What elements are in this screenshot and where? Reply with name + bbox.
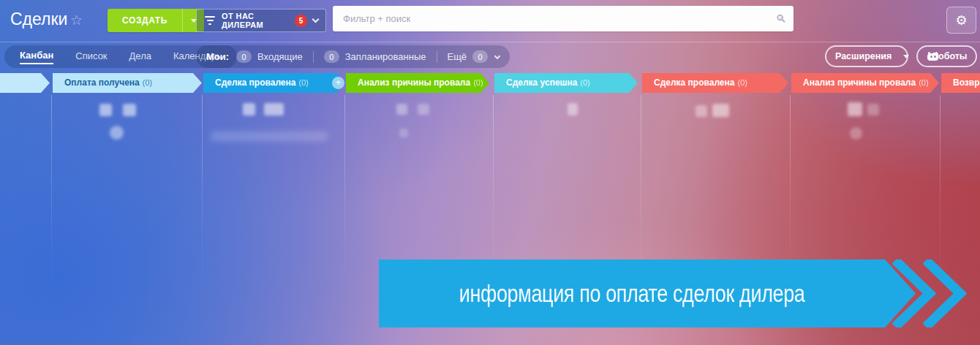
- tab-activities[interactable]: Дела: [118, 50, 162, 64]
- kanban-column-header[interactable]: Анализ причины провала(0): [346, 73, 489, 93]
- card-placeholder: [867, 104, 879, 115]
- top-bar: Сделки ☆ СОЗДАТЬ ОТ НАС ДИЛЕРАМ 5 🔍︎ ⚙: [0, 0, 980, 42]
- create-button-label[interactable]: СОЗДАТЬ: [108, 9, 182, 32]
- divider: [313, 51, 314, 63]
- card-placeholder: [243, 103, 255, 115]
- card-placeholder: [712, 104, 729, 117]
- filter-count-badge: 5: [295, 15, 307, 27]
- card-placeholder: [418, 104, 429, 115]
- card-placeholder: [99, 104, 112, 116]
- counter-planned-badge[interactable]: 0: [324, 50, 339, 63]
- column-label: Анализ причины провала: [358, 77, 470, 88]
- column-separator: [344, 95, 345, 345]
- card-placeholder: [123, 104, 136, 116]
- tab-kanban[interactable]: Канбан: [9, 50, 64, 64]
- search-input[interactable]: [333, 13, 769, 24]
- column-label: Сделка успешна: [506, 77, 578, 88]
- caret-down-icon: [903, 55, 909, 58]
- page-title: Сделки: [10, 10, 67, 29]
- column-count: (0): [581, 78, 590, 87]
- favorite-star-icon[interactable]: ☆: [70, 12, 83, 29]
- counters-caption: Мои:: [206, 51, 229, 62]
- counter-incoming-badge[interactable]: 0: [236, 50, 252, 63]
- robots-button[interactable]: Роботы: [916, 45, 977, 67]
- counters-group: Мои: 0 Входящие 0 Запланированные Ещё 0: [196, 45, 510, 68]
- tab-list[interactable]: Список: [64, 50, 118, 64]
- search-icon[interactable]: 🔍︎: [769, 12, 794, 25]
- column-separator: [202, 95, 203, 345]
- card-placeholder: [850, 127, 862, 140]
- extensions-label: Расширения: [835, 51, 892, 61]
- kanban-column-header[interactable]: Анализ причины провала(0): [791, 73, 939, 93]
- column-label: Сделка провалена: [215, 77, 295, 88]
- counter-more-badge[interactable]: 0: [472, 50, 488, 63]
- column-label: Сделка провалена: [654, 77, 734, 88]
- settings-button[interactable]: ⚙: [946, 7, 976, 34]
- card-placeholder: [110, 126, 124, 140]
- card-placeholder: [399, 129, 408, 137]
- filter-preset-button[interactable]: ОТ НАС ДИЛЕРАМ 5: [196, 9, 326, 32]
- column-count: (0): [473, 78, 483, 87]
- kanban-column-header[interactable]: Сделка успешна(0): [494, 73, 638, 93]
- column-label: Возврат д: [953, 77, 980, 88]
- kanban-column-header[interactable]: Оплата получена(0): [53, 73, 202, 93]
- column-count: (0): [919, 78, 928, 87]
- card-placeholder: [211, 132, 328, 141]
- kanban-column-header[interactable]: Сделка провалена(0): [203, 73, 345, 93]
- kanban-column-header[interactable]: Сделка провалена(0): [642, 73, 788, 93]
- filter-preset-label: ОТ НАС ДИЛЕРАМ: [222, 12, 289, 29]
- search-bar: 🔍︎: [333, 6, 794, 31]
- column-label: Анализ причины провала: [803, 77, 916, 88]
- funnel-icon: [204, 16, 216, 25]
- header-divider: [0, 42, 980, 42]
- gear-icon: ⚙: [955, 12, 967, 29]
- counter-more-label[interactable]: Ещё: [448, 51, 467, 62]
- column-count: (0): [143, 78, 152, 87]
- counter-incoming-label[interactable]: Входящие: [257, 51, 303, 62]
- create-button[interactable]: СОЗДАТЬ: [108, 9, 204, 32]
- column-count: (0): [737, 78, 747, 87]
- add-stage-button[interactable]: +: [332, 77, 344, 89]
- chevron-down-icon: [312, 16, 320, 23]
- card-placeholder: [568, 103, 578, 115]
- card-placeholder: [396, 104, 407, 115]
- card-placeholder: [264, 103, 284, 115]
- extensions-button[interactable]: Расширения: [825, 45, 908, 67]
- column-count: (0): [298, 78, 308, 87]
- chevron-down-icon: [494, 53, 500, 58]
- card-placeholder: [696, 105, 707, 117]
- column-label: Оплата получена: [64, 77, 140, 88]
- card-placeholder: [848, 102, 862, 116]
- info-banner: информация по оплате сделок дилера: [379, 259, 980, 327]
- column-separator: [51, 95, 52, 345]
- divider: [437, 51, 437, 63]
- counter-planned-label[interactable]: Запланированные: [345, 51, 426, 62]
- banner-text: информация по оплате сделок дилера: [379, 259, 885, 327]
- kanban-column-header[interactable]: Возврат д: [941, 73, 980, 93]
- kanban-column-header[interactable]: [0, 73, 50, 93]
